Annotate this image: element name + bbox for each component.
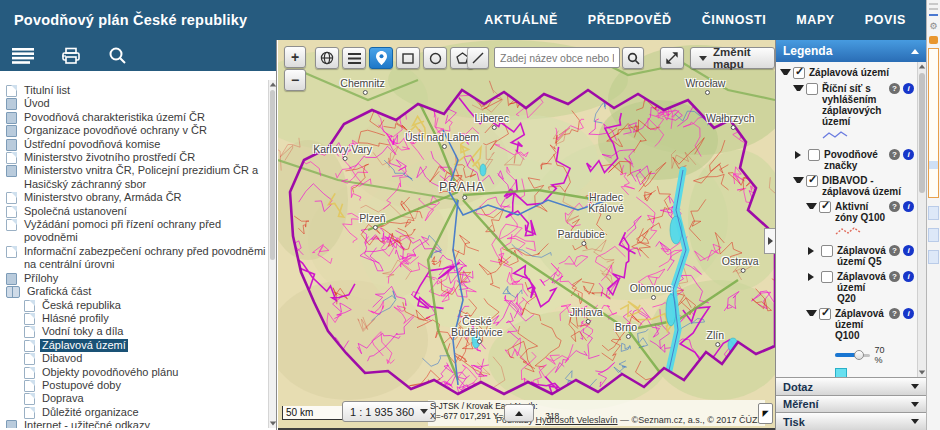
expand-arrow-icon[interactable] bbox=[795, 151, 806, 159]
collapse-arrow-icon[interactable] bbox=[806, 310, 817, 316]
legend-layer-row[interactable]: Povodňové značky bbox=[780, 149, 914, 171]
collapse-arrow-icon[interactable] bbox=[793, 85, 804, 91]
tree-item[interactable]: Přílohy bbox=[6, 272, 268, 285]
scrollbar-thumb[interactable] bbox=[270, 90, 275, 260]
help-icon[interactable] bbox=[889, 83, 900, 94]
info-icon[interactable] bbox=[903, 308, 914, 319]
legend-layer-row[interactable]: Záplavová území Q10070 % bbox=[780, 308, 914, 377]
overview-globe-button[interactable] bbox=[315, 47, 339, 69]
tree-item[interactable]: Objekty povodňového plánu bbox=[6, 366, 268, 379]
legend-layer-row[interactable]: Záplavová území Q20 bbox=[780, 271, 914, 304]
layers-button[interactable] bbox=[342, 47, 366, 69]
tree-item[interactable]: Postupové doby bbox=[6, 379, 268, 392]
panel-expander-button[interactable] bbox=[764, 228, 775, 254]
circle-select-button[interactable] bbox=[423, 47, 447, 69]
zoom-out-button[interactable]: − bbox=[284, 69, 306, 91]
point-select-button[interactable] bbox=[369, 47, 393, 69]
scroll-down-icon[interactable] bbox=[270, 422, 276, 426]
legend-layer-row[interactable]: DIBAVOD - záplavová území bbox=[780, 175, 914, 197]
tree-item[interactable]: Internet - užitečné odkazy bbox=[6, 419, 268, 428]
tree-item[interactable]: Ministerstvo životního prostředí ČR bbox=[6, 151, 268, 164]
tree-item[interactable]: Česká republika bbox=[6, 299, 268, 312]
legend-layer-row[interactable]: Aktivní zóny Q100 bbox=[780, 201, 914, 241]
layer-checkbox[interactable] bbox=[806, 175, 818, 187]
legend-layer-row[interactable]: Říční síť s vyhlášením záplavových území bbox=[780, 83, 914, 145]
layer-checkbox[interactable] bbox=[821, 271, 833, 283]
search-go-button[interactable] bbox=[622, 47, 644, 69]
collapse-arrow-icon[interactable] bbox=[780, 69, 791, 75]
scroll-down-icon[interactable] bbox=[919, 371, 925, 375]
legend-scrollbar[interactable] bbox=[917, 62, 926, 377]
attribution-link[interactable]: Hydrosoft Veleslavín bbox=[536, 415, 618, 425]
tree-item[interactable]: Ministerstvo obrany, Armáda ČR bbox=[6, 191, 268, 204]
zoom-in-button[interactable]: + bbox=[284, 46, 306, 68]
layer-checkbox[interactable] bbox=[821, 245, 833, 257]
layer-checkbox[interactable] bbox=[819, 308, 831, 320]
top-nav-item[interactable]: AKTUÁLNĚ bbox=[484, 13, 558, 27]
tree-item[interactable]: Společná ustanovení bbox=[6, 205, 268, 218]
tree-item[interactable]: Hlásné profily bbox=[6, 312, 268, 325]
scroll-up-icon[interactable] bbox=[270, 83, 276, 87]
legend-layer-row[interactable]: Záplavová území Q5 bbox=[780, 245, 914, 267]
collapse-icon[interactable] bbox=[911, 49, 919, 54]
expand-arrow-icon[interactable] bbox=[808, 273, 819, 281]
menu-icon[interactable] bbox=[12, 48, 34, 64]
fullscreen-button[interactable] bbox=[660, 47, 684, 69]
tree-item[interactable]: Vyžádání pomoci při řízení ochrany před … bbox=[6, 218, 268, 245]
help-icon[interactable] bbox=[889, 201, 900, 212]
tree-item[interactable]: Informační zabezpečení ochrany před povo… bbox=[6, 245, 268, 272]
top-nav-item[interactable]: MAPY bbox=[796, 13, 835, 27]
search-icon[interactable] bbox=[108, 46, 127, 65]
top-nav-item[interactable]: POVIS bbox=[865, 13, 906, 27]
layer-checkbox[interactable] bbox=[819, 201, 831, 213]
map-canvas[interactable] bbox=[278, 40, 775, 430]
tree-item[interactable]: Ústřední povodňová komise bbox=[6, 138, 268, 151]
tree-item[interactable]: Povodňová charakteristika území ČR bbox=[6, 111, 268, 124]
change-map-button[interactable]: Změnit mapu bbox=[690, 47, 775, 69]
legend-section-měření[interactable]: Měření bbox=[776, 395, 926, 413]
info-icon[interactable] bbox=[903, 271, 914, 282]
top-nav-item[interactable]: ČINNOSTI bbox=[702, 13, 767, 27]
legend-header[interactable]: Legenda bbox=[776, 40, 926, 62]
collapse-arrow-icon[interactable] bbox=[793, 177, 804, 183]
map-corner-button[interactable]: ◤ bbox=[758, 403, 773, 424]
collapse-arrow-icon[interactable] bbox=[806, 203, 817, 209]
info-icon[interactable] bbox=[903, 201, 914, 212]
help-icon[interactable] bbox=[889, 271, 900, 282]
info-icon[interactable] bbox=[903, 149, 914, 160]
map-search-input[interactable] bbox=[494, 47, 620, 68]
tree-item[interactable]: Doprava bbox=[6, 392, 268, 405]
scale-select[interactable]: 1 : 1 935 360 bbox=[342, 401, 436, 422]
print-icon[interactable] bbox=[60, 47, 82, 64]
collapse-statusbar-button[interactable] bbox=[504, 404, 534, 422]
help-icon[interactable] bbox=[889, 149, 900, 160]
scroll-up-icon[interactable] bbox=[919, 65, 925, 69]
legend-layer-row[interactable]: Záplavová území bbox=[780, 67, 914, 79]
sidebar-scrollbar[interactable] bbox=[268, 80, 276, 428]
info-icon[interactable] bbox=[903, 83, 914, 94]
tree-item[interactable]: Dibavod bbox=[6, 352, 268, 365]
tree-item[interactable]: Důležité organizace bbox=[6, 406, 268, 419]
help-icon[interactable] bbox=[889, 245, 900, 256]
help-icon[interactable] bbox=[889, 308, 900, 319]
layer-checkbox[interactable] bbox=[793, 67, 805, 79]
layer-checkbox[interactable] bbox=[806, 83, 818, 95]
scrollbar-thumb[interactable] bbox=[919, 73, 925, 193]
tree-item[interactable]: Vodní toky a díla bbox=[6, 325, 268, 338]
tree-item[interactable]: Titulní list bbox=[6, 84, 268, 97]
tree-item[interactable]: Grafická část bbox=[6, 285, 268, 298]
top-nav-item[interactable]: PŘEDPOVĚĎ bbox=[588, 13, 672, 27]
opacity-slider[interactable]: 70 % bbox=[835, 345, 886, 365]
info-icon[interactable] bbox=[903, 245, 914, 256]
line-select-button[interactable] bbox=[467, 47, 489, 69]
legend-section-dotaz[interactable]: Dotaz bbox=[776, 377, 926, 395]
expand-arrow-icon[interactable] bbox=[808, 247, 819, 255]
tree-item[interactable]: Záplavová území bbox=[6, 339, 268, 352]
tree-item[interactable]: Úvod bbox=[6, 97, 268, 110]
tree-item[interactable]: Organizace povodňové ochrany v ČR bbox=[6, 124, 268, 137]
legend-section-tisk[interactable]: Tisk bbox=[776, 412, 926, 430]
layer-checkbox[interactable] bbox=[808, 149, 820, 161]
rectangle-select-button[interactable] bbox=[396, 47, 420, 69]
map-area[interactable]: ChemnitzWrocławWałbrzychLiberecÚstí nad … bbox=[278, 40, 775, 430]
tree-item[interactable]: Ministerstvo vnitra ČR, Policejní prezid… bbox=[6, 164, 268, 191]
